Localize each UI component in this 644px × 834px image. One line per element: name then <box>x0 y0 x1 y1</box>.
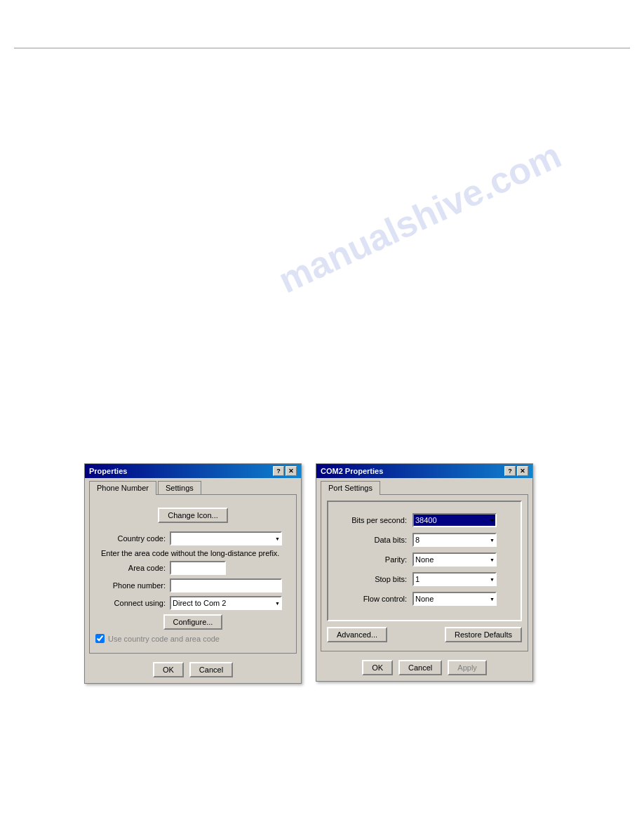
com2-content: Bits per second: 38400 Data bits: 8 <box>321 494 528 651</box>
properties-title-bar: Properties ? ✕ <box>85 464 301 478</box>
com2-help-button[interactable]: ? <box>504 466 516 476</box>
country-code-select[interactable] <box>170 531 282 545</box>
flow-control-label: Flow control: <box>337 595 407 603</box>
properties-cancel-button[interactable]: Cancel <box>189 662 233 677</box>
properties-dialog: Properties ? ✕ Phone Number Settings Cha… <box>84 463 302 684</box>
com2-footer: OK Cancel Apply <box>316 656 532 681</box>
connect-using-label: Connect using: <box>95 599 166 607</box>
country-code-label: Country code: <box>95 534 166 543</box>
change-icon-button[interactable]: Change Icon... <box>158 508 228 523</box>
area-code-note: Enter the area code without the long-dis… <box>101 549 290 557</box>
phone-number-input[interactable] <box>170 578 282 593</box>
area-code-label: Area code: <box>95 564 166 572</box>
com2-title: COM2 Properties <box>321 467 383 475</box>
com2-apply-button[interactable]: Apply <box>448 660 487 675</box>
flow-control-select[interactable]: None <box>412 592 497 606</box>
parity-label: Parity: <box>337 555 407 564</box>
com2-close-button[interactable]: ✕ <box>517 466 528 476</box>
com2-title-bar: COM2 Properties ? ✕ <box>316 464 532 478</box>
com2-cancel-button[interactable]: Cancel <box>398 660 442 675</box>
properties-title-buttons: ? ✕ <box>273 466 297 476</box>
properties-help-button[interactable]: ? <box>273 466 284 476</box>
bits-per-second-select[interactable]: 38400 <box>412 513 497 527</box>
com2-dialog: COM2 Properties ? ✕ Port Settings Bits p… <box>316 463 533 682</box>
com2-tab-strip: Port Settings <box>316 478 532 494</box>
com2-ok-button[interactable]: OK <box>362 660 393 675</box>
phone-number-label: Phone number: <box>95 581 166 590</box>
properties-content: Change Icon... Country code: Enter the a… <box>89 494 297 654</box>
properties-footer: OK Cancel <box>85 658 301 683</box>
parity-select-wrapper: None <box>412 552 497 567</box>
area-code-row: Area code: <box>95 561 290 575</box>
properties-close-button[interactable]: ✕ <box>286 466 297 476</box>
properties-ok-button[interactable]: OK <box>153 662 184 677</box>
configure-area: Configure... <box>95 614 290 630</box>
connect-using-select-wrapper: Direct to Com 2 <box>170 596 282 610</box>
flow-control-row: Flow control: None <box>337 592 512 606</box>
tab-port-settings[interactable]: Port Settings <box>321 481 380 495</box>
use-country-code-label: Use country code and area code <box>108 635 220 643</box>
data-bits-label: Data bits: <box>337 536 407 544</box>
restore-defaults-button[interactable]: Restore Defaults <box>445 627 522 642</box>
bits-per-second-row: Bits per second: 38400 <box>337 513 512 527</box>
stop-bits-row: Stop bits: 1 <box>337 572 512 586</box>
bits-per-second-select-wrapper: 38400 <box>412 513 497 527</box>
top-rule <box>14 48 630 48</box>
tab-settings[interactable]: Settings <box>158 481 201 494</box>
com2-title-buttons: ? ✕ <box>504 466 528 476</box>
properties-tab-strip: Phone Number Settings <box>85 478 301 494</box>
watermark: manualshive.com <box>272 134 568 302</box>
change-icon-area: Change Icon... <box>95 501 290 526</box>
bits-per-second-label: Bits per second: <box>337 516 407 524</box>
use-country-code-row: Use country code and area code <box>95 634 290 643</box>
com2-advanced-row: Advanced... Restore Defaults <box>327 627 522 642</box>
data-bits-select-wrapper: 8 <box>412 533 497 547</box>
flow-control-select-wrapper: None <box>412 592 497 606</box>
advanced-button[interactable]: Advanced... <box>327 627 387 642</box>
stop-bits-label: Stop bits: <box>337 575 407 583</box>
country-code-select-wrapper <box>170 531 282 545</box>
parity-select[interactable]: None <box>412 552 497 567</box>
stop-bits-select[interactable]: 1 <box>412 572 497 586</box>
com2-inner-panel: Bits per second: 38400 Data bits: 8 <box>327 501 522 621</box>
parity-row: Parity: None <box>337 552 512 567</box>
configure-button[interactable]: Configure... <box>163 614 223 630</box>
use-country-code-checkbox[interactable] <box>95 634 105 643</box>
properties-title: Properties <box>89 467 127 475</box>
tab-phone-number[interactable]: Phone Number <box>89 481 156 495</box>
connect-using-row: Connect using: Direct to Com 2 <box>95 596 290 610</box>
phone-number-row: Phone number: <box>95 578 290 593</box>
connect-using-select[interactable]: Direct to Com 2 <box>170 596 282 610</box>
country-code-row: Country code: <box>95 531 290 545</box>
stop-bits-select-wrapper: 1 <box>412 572 497 586</box>
area-code-input[interactable] <box>170 561 226 575</box>
data-bits-select[interactable]: 8 <box>412 533 497 547</box>
data-bits-row: Data bits: 8 <box>337 533 512 547</box>
dialogs-container: Properties ? ✕ Phone Number Settings Cha… <box>84 463 533 684</box>
